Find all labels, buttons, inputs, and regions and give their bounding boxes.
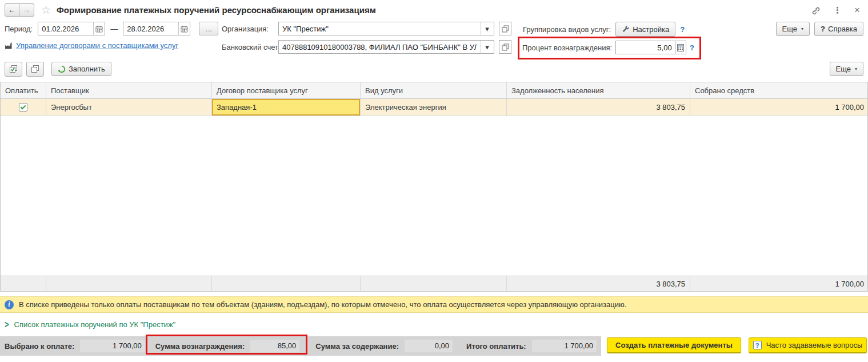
more-label: Еще xyxy=(836,65,851,73)
period-to-field xyxy=(123,22,190,35)
header-bar: ← → ☆ Формирование платежных поручений р… xyxy=(0,0,868,19)
contracts-link-group: Управление договорами с поставщиками усл… xyxy=(5,41,178,50)
column-header-contract[interactable]: Договор поставщика услуг xyxy=(212,82,361,98)
period-dash: — xyxy=(110,25,118,33)
totals-empty-cell xyxy=(361,276,507,291)
grouping-settings-button[interactable]: Настройка xyxy=(615,22,675,37)
grand-total-value: 1 700,00 xyxy=(532,340,597,352)
info-text: В списке приведены только оплаты поставщ… xyxy=(19,300,626,309)
wrench-icon xyxy=(622,25,630,33)
more-button-top[interactable]: Еще ▾ xyxy=(776,22,810,36)
organization-group: Организация: ▾ xyxy=(222,22,511,35)
debt-cell[interactable]: 3 803,75 xyxy=(507,99,690,116)
create-payment-documents-button[interactable]: Создать платежные документы xyxy=(607,337,741,353)
grouping-label: Группировка видов услуг: xyxy=(523,25,611,34)
payment-orders-group-link[interactable]: > Список платежных поручений по УК "Прес… xyxy=(5,317,175,332)
contracts-management-link[interactable]: Управление договорами с поставщиками усл… xyxy=(16,41,178,50)
nav-buttons: ← → xyxy=(5,3,34,17)
totals-empty-cell xyxy=(212,276,361,291)
help-button[interactable]: ? Справка xyxy=(814,22,863,36)
column-header-pay[interactable]: Оплатить xyxy=(1,82,46,98)
pay-checkbox[interactable] xyxy=(19,103,27,112)
contract-cell-selected[interactable]: Западная-1 xyxy=(212,99,361,116)
maintenance-sum-value: 0,00 xyxy=(405,340,453,352)
reward-percent-input[interactable] xyxy=(616,41,675,54)
faq-button-label: Часто задаваемые вопросы xyxy=(766,341,863,349)
period-to-input[interactable] xyxy=(123,22,178,35)
column-header-collected[interactable]: Собрано средств xyxy=(690,82,868,98)
calendar-icon[interactable] xyxy=(178,22,190,35)
period-from-input[interactable] xyxy=(38,22,93,35)
back-button[interactable]: ← xyxy=(5,3,19,17)
forward-button[interactable]: → xyxy=(19,3,34,17)
info-icon: i xyxy=(5,300,14,309)
filter-row-1: Период: — ... Организация: ▾ xyxy=(0,22,868,37)
calendar-icon[interactable] xyxy=(93,22,105,35)
column-header-debt[interactable]: Задолженность населения xyxy=(507,82,690,98)
menu-kebab-icon[interactable]: ⋮ xyxy=(833,5,842,15)
reward-sum-label: Сумма вознаграждения: xyxy=(155,342,245,351)
check-all-button[interactable] xyxy=(5,62,22,77)
table-row[interactable]: Энергосбыт Западная-1 Электрическая энер… xyxy=(1,99,867,116)
fill-button[interactable]: Заполнить xyxy=(51,62,111,76)
faq-button[interactable]: ? Часто задаваемые вопросы xyxy=(749,337,867,353)
totals-empty-cell xyxy=(46,276,212,291)
column-header-service[interactable]: Вид услуги xyxy=(361,82,507,98)
totals-collected: 1 700,00 xyxy=(690,276,868,291)
column-header-supplier[interactable]: Поставщик xyxy=(46,82,212,98)
bank-account-open-icon[interactable] xyxy=(499,40,511,54)
grouping-help-link[interactable]: ? xyxy=(680,25,685,34)
bank-account-field: ▾ xyxy=(278,40,494,54)
organization-field: ▾ xyxy=(278,22,494,35)
supplier-cell[interactable]: Энергосбыт xyxy=(46,99,212,116)
more-label: Еще xyxy=(782,25,797,33)
grand-total-label: Итого оплатить: xyxy=(466,342,526,351)
uncheck-all-button[interactable] xyxy=(26,62,44,77)
selected-total-label: Выбрано к оплате: xyxy=(5,342,74,351)
forward-icon: → xyxy=(23,5,31,14)
chevron-down-icon[interactable]: ▾ xyxy=(481,22,493,35)
more-button-table[interactable]: Еще ▾ xyxy=(830,62,863,76)
reward-percent-group: Процент вознаграждения: ? xyxy=(522,41,694,54)
bank-account-group: Банковский счет: ▾ xyxy=(222,40,511,54)
reward-percent-label: Процент вознаграждения: xyxy=(522,43,612,52)
window-icons: ⋮ × xyxy=(811,5,860,16)
reward-percent-help-link[interactable]: ? xyxy=(690,43,694,52)
pay-cell[interactable] xyxy=(1,99,46,116)
reward-sum-value: 85,00 xyxy=(250,340,299,352)
filter-row-2: Управление договорами с поставщиками усл… xyxy=(0,40,868,55)
app-window: ← → ☆ Формирование платежных поручений р… xyxy=(0,0,868,362)
table-empty-area[interactable] xyxy=(1,116,867,276)
bank-account-label: Банковский счет: xyxy=(222,43,278,51)
question-icon: ? xyxy=(821,25,825,33)
check-all-icon xyxy=(9,65,18,73)
get-link-icon[interactable] xyxy=(811,6,821,15)
favorite-star-icon[interactable]: ☆ xyxy=(41,3,51,17)
page-title: Формирование платежных поручений ресурсо… xyxy=(57,5,376,15)
grouping-group: Группировка видов услуг: Настройка ? xyxy=(523,22,685,37)
table-header-row: Оплатить Поставщик Договор поставщика ус… xyxy=(1,82,867,99)
chevron-right-icon: > xyxy=(5,319,9,330)
period-label: Период: xyxy=(5,25,33,33)
period-options-button[interactable]: ... xyxy=(199,22,218,35)
chevron-down-icon: ▾ xyxy=(801,26,803,31)
factory-icon xyxy=(5,42,13,50)
calculator-icon[interactable] xyxy=(675,41,686,54)
top-actions: Еще ▾ ? Справка xyxy=(776,22,863,36)
info-bar: i В списке приведены только оплаты поста… xyxy=(0,296,868,313)
table-toolbar: Заполнить Еще ▾ xyxy=(5,61,863,77)
organization-open-icon[interactable] xyxy=(499,22,511,35)
selected-total-value: 1 700,00 xyxy=(80,340,145,352)
chevron-down-icon[interactable]: ▾ xyxy=(481,41,493,53)
close-icon[interactable]: × xyxy=(854,5,860,16)
service-cell[interactable]: Электрическая энергия xyxy=(361,99,507,116)
grouping-settings-label: Настройка xyxy=(633,25,669,34)
collected-cell[interactable]: 1 700,00 xyxy=(690,99,868,116)
totals-empty-cell xyxy=(1,276,46,291)
organization-input[interactable] xyxy=(279,22,481,35)
bank-account-input[interactable] xyxy=(279,41,481,53)
payments-table: Оплатить Поставщик Договор поставщика ус… xyxy=(0,82,868,292)
reward-percent-field xyxy=(615,41,686,54)
totals-debt: 3 803,75 xyxy=(507,276,690,291)
period-group: Период: — ... xyxy=(5,22,218,35)
